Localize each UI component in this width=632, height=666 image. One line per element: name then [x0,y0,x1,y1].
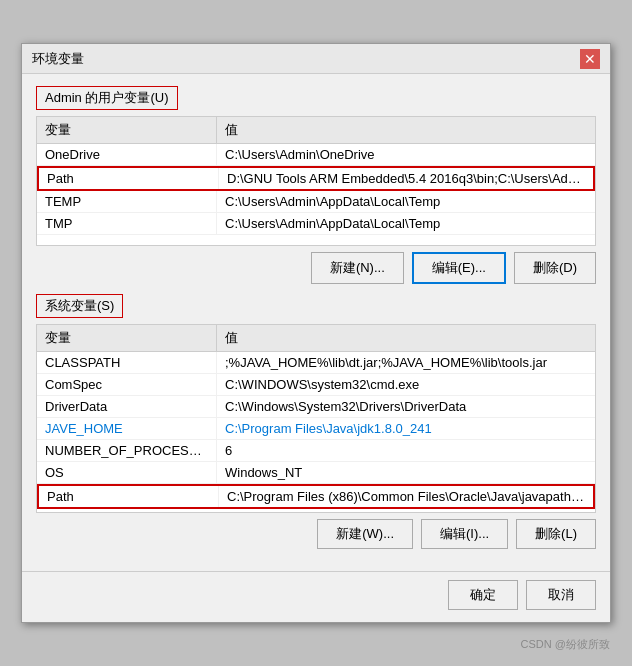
sys-var-3: JAVE_HOME [37,418,217,439]
dialog-content: Admin 的用户变量(U) 变量 值 OneDrive C:\Users\Ad… [22,74,610,571]
sys-var-4: NUMBER_OF_PROCESSORS [37,440,217,461]
title-bar: 环境变量 ✕ [22,44,610,74]
user-var-0: OneDrive [37,144,217,165]
user-var-3: TMP [37,213,217,234]
sys-section-label: 系统变量(S) [36,294,123,318]
sys-var-5: OS [37,462,217,483]
cancel-button[interactable]: 取消 [526,580,596,610]
table-row[interactable]: JAVE_HOME C:\Program Files\Java\jdk1.8.0… [37,418,595,440]
sys-val-1: C:\WINDOWS\system32\cmd.exe [217,374,595,395]
user-new-button[interactable]: 新建(N)... [311,252,404,284]
sys-var-2: DriverData [37,396,217,417]
user-col1-header: 变量 [37,117,217,143]
sys-val-2: C:\Windows\System32\Drivers\DriverData [217,396,595,417]
watermark: CSDN @纷彼所致 [521,637,610,652]
sys-variables-table: 变量 值 CLASSPATH ;%JAVA_HOME%\lib\dt.jar;%… [36,324,596,513]
user-variables-table: 变量 值 OneDrive C:\Users\Admin\OneDrive Pa… [36,116,596,246]
user-var-2: TEMP [37,191,217,212]
sys-col2-header: 值 [217,325,595,351]
sys-var-1: ComSpec [37,374,217,395]
user-edit-button[interactable]: 编辑(E)... [412,252,506,284]
sys-new-button[interactable]: 新建(W)... [317,519,413,549]
sys-section-buttons: 新建(W)... 编辑(I)... 删除(L) [36,519,596,549]
sys-var-6: Path [39,486,219,507]
user-val-2: C:\Users\Admin\AppData\Local\Temp [217,191,595,212]
table-row[interactable]: OS Windows_NT [37,462,595,484]
sys-val-4: 6 [217,440,595,461]
table-row[interactable]: ComSpec C:\WINDOWS\system32\cmd.exe [37,374,595,396]
table-row[interactable]: DriverData C:\Windows\System32\Drivers\D… [37,396,595,418]
sys-variables-section: 系统变量(S) 变量 值 CLASSPATH ;%JAVA_HOME%\lib\… [36,294,596,549]
user-variables-section: Admin 的用户变量(U) 变量 值 OneDrive C:\Users\Ad… [36,86,596,284]
environment-variables-dialog: 环境变量 ✕ Admin 的用户变量(U) 变量 值 OneDrive C:\U… [21,43,611,623]
user-table-body: OneDrive C:\Users\Admin\OneDrive Path D:… [37,144,595,235]
sys-delete-button[interactable]: 删除(L) [516,519,596,549]
user-var-1: Path [39,168,219,189]
table-row[interactable]: TMP C:\Users\Admin\AppData\Local\Temp [37,213,595,235]
ok-button[interactable]: 确定 [448,580,518,610]
sys-val-0: ;%JAVA_HOME%\lib\dt.jar;%JAVA_HOME%\lib\… [217,352,595,373]
user-section-label: Admin 的用户变量(U) [36,86,178,110]
sys-col1-header: 变量 [37,325,217,351]
sys-edit-button[interactable]: 编辑(I)... [421,519,508,549]
user-val-3: C:\Users\Admin\AppData\Local\Temp [217,213,595,234]
user-val-1: D:\GNU Tools ARM Embedded\5.4 2016q3\bin… [219,168,593,189]
sys-val-6: C:\Program Files (x86)\Common Files\Orac… [219,486,593,507]
user-col2-header: 值 [217,117,595,143]
table-row[interactable]: TEMP C:\Users\Admin\AppData\Local\Temp [37,191,595,213]
user-section-buttons: 新建(N)... 编辑(E)... 删除(D) [36,252,596,284]
table-row[interactable]: CLASSPATH ;%JAVA_HOME%\lib\dt.jar;%JAVA_… [37,352,595,374]
sys-var-0: CLASSPATH [37,352,217,373]
user-delete-button[interactable]: 删除(D) [514,252,596,284]
sys-table-header: 变量 值 [37,325,595,352]
table-row[interactable]: OneDrive C:\Users\Admin\OneDrive [37,144,595,166]
dialog-title: 环境变量 [32,50,84,68]
user-val-0: C:\Users\Admin\OneDrive [217,144,595,165]
dialog-footer: 确定 取消 [22,571,610,622]
table-row[interactable]: Path D:\GNU Tools ARM Embedded\5.4 2016q… [37,166,595,191]
user-table-header: 变量 值 [37,117,595,144]
table-row[interactable]: Path C:\Program Files (x86)\Common Files… [37,484,595,509]
sys-table-body: CLASSPATH ;%JAVA_HOME%\lib\dt.jar;%JAVA_… [37,352,595,512]
close-button[interactable]: ✕ [580,49,600,69]
sys-val-5: Windows_NT [217,462,595,483]
sys-val-3: C:\Program Files\Java\jdk1.8.0_241 [217,418,595,439]
table-row[interactable]: NUMBER_OF_PROCESSORS 6 [37,440,595,462]
